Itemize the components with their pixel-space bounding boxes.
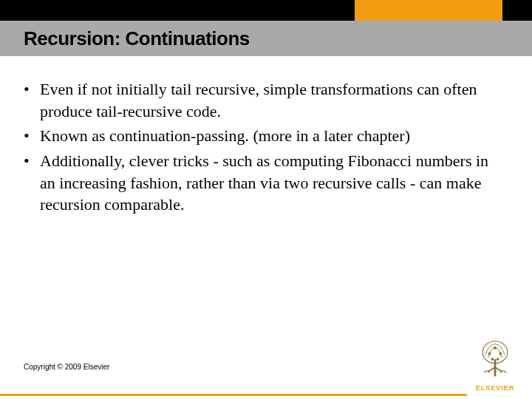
svg-point-2 bbox=[488, 352, 491, 355]
bullet-item: Known as continuation-passing. (more in … bbox=[24, 125, 505, 147]
bullet-item: Even if not initially tail recursive, si… bbox=[24, 78, 505, 122]
publisher-logo: ELSEVIER bbox=[468, 338, 522, 392]
svg-point-6 bbox=[497, 358, 499, 361]
bullet-list: Even if not initially tail recursive, si… bbox=[24, 78, 505, 216]
header-orange-block bbox=[355, 0, 502, 21]
footer-orange-rule bbox=[0, 394, 467, 396]
slide-title: Recursion: Continuations bbox=[24, 27, 250, 50]
bullet-item: Additionally, clever tricks - such as co… bbox=[24, 150, 505, 216]
tree-icon bbox=[474, 338, 516, 380]
slide-body: Even if not initially tail recursive, si… bbox=[24, 78, 505, 219]
svg-point-5 bbox=[491, 358, 494, 361]
title-bar: Recursion: Continuations bbox=[0, 21, 532, 56]
copyright-text: Copyright © 2009 Elsevier bbox=[24, 363, 109, 371]
svg-point-4 bbox=[494, 347, 497, 349]
svg-point-3 bbox=[499, 352, 502, 355]
publisher-name: ELSEVIER bbox=[468, 384, 522, 392]
